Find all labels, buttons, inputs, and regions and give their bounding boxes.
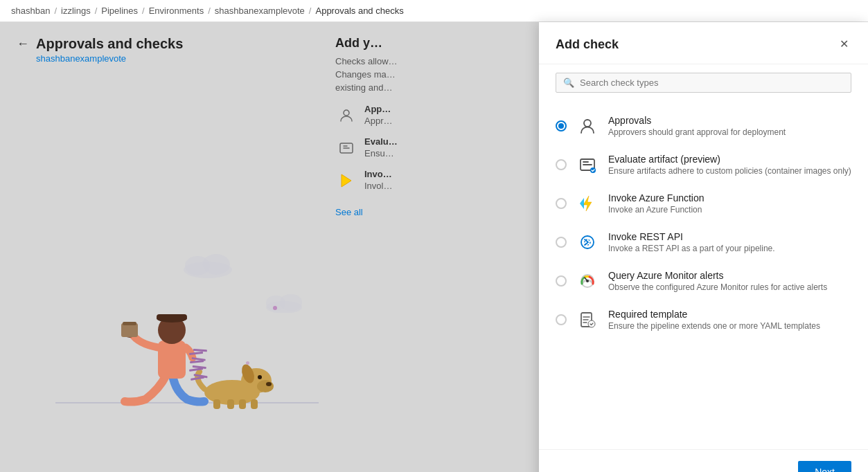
breadcrumb-item-1[interactable]: shashban	[11, 6, 50, 16]
radio-azure-monitor[interactable]	[556, 275, 567, 287]
svg-point-16	[257, 380, 274, 392]
see-all-link[interactable]: See all	[335, 207, 363, 217]
next-button[interactable]: Next	[798, 461, 851, 472]
sep-3: /	[142, 6, 145, 16]
check-type-list: Approvals Approvers should grant approva…	[539, 101, 868, 449]
content-para1: Checks allow…	[335, 56, 524, 66]
content-para3: existing and…	[335, 82, 524, 93]
svg-point-32	[344, 110, 349, 116]
panel-title: Add check	[556, 37, 619, 52]
svg-rect-7	[158, 341, 186, 379]
breadcrumb-item-4[interactable]: Environments	[149, 6, 204, 16]
svg-rect-10	[157, 314, 187, 320]
search-icon: 🔍	[563, 78, 574, 88]
svg-point-37	[590, 167, 596, 173]
azure-monitor-desc: Observe the configured Azure Monitor rul…	[608, 282, 851, 292]
azure-function-icon	[576, 192, 599, 215]
radio-required-template[interactable]	[556, 314, 567, 325]
search-box: 🔍	[556, 73, 851, 93]
evaluate-name: Evaluate artifact (preview)	[608, 154, 851, 165]
svg-rect-13	[123, 322, 136, 325]
search-area: 🔍	[539, 64, 868, 101]
breadcrumb-item-5[interactable]: shashbanexamplevote	[215, 6, 305, 16]
rest-api-name: Invoke REST API	[608, 231, 851, 242]
approvals-desc: Approvers should grant approval for depl…	[608, 127, 851, 137]
sep-1: /	[54, 6, 57, 16]
approvals-icon	[335, 105, 357, 127]
check-type-evaluate[interactable]: Evaluate artifact (preview) Ensure artif…	[539, 145, 868, 184]
page-title: Approvals and checks	[36, 36, 183, 52]
svg-rect-31	[193, 349, 207, 352]
required-template-icon	[576, 309, 599, 331]
svg-marker-39	[580, 198, 584, 209]
right-content-panel: Add y… Checks allow… Changes ma… existin…	[319, 22, 540, 472]
radio-evaluate[interactable]	[556, 159, 567, 170]
azure-monitor-name: Query Azure Monitor alerts	[608, 270, 851, 281]
svg-rect-20	[213, 399, 220, 409]
list-item: App… Appr…	[335, 104, 524, 127]
illustration	[42, 237, 333, 430]
check-type-azure-monitor[interactable]: Query Azure Monitor alerts Observe the c…	[539, 262, 868, 300]
radio-approvals[interactable]	[556, 120, 567, 131]
azure-function-name: Invoke Azure Function	[608, 192, 851, 203]
check-list: App… Appr… Evalu… Ensu…	[335, 104, 524, 192]
svg-point-44	[586, 280, 589, 282]
svg-rect-23	[251, 399, 258, 409]
rest-api-desc: Invoke a REST API as a part of your pipe…	[608, 244, 851, 253]
sep-2: /	[95, 6, 98, 16]
breadcrumb-item-3[interactable]: Pipelines	[101, 6, 138, 16]
check-type-rest-api[interactable]: Invoke REST API Invoke a REST API as a p…	[539, 223, 868, 262]
invoke-icon	[335, 170, 357, 192]
sep-5: /	[309, 6, 312, 16]
content-para2: Changes ma…	[335, 69, 524, 80]
list-item: Invo… Invol…	[335, 169, 524, 192]
panel-footer: Next	[539, 449, 868, 472]
svg-rect-21	[227, 399, 234, 409]
azure-monitor-icon	[576, 270, 599, 292]
breadcrumb: shashban / izzlings / Pipelines / Enviro…	[0, 0, 868, 22]
approvals-name: Approvals	[608, 115, 851, 126]
add-check-panel: Add check ✕ 🔍 Approva	[539, 22, 868, 472]
evaluate-icon	[335, 137, 357, 159]
list-item: Evalu… Ensu…	[335, 136, 524, 159]
svg-point-46	[588, 320, 595, 327]
svg-point-35	[584, 120, 591, 127]
radio-rest-api[interactable]	[556, 237, 567, 248]
evaluate-check-icon	[576, 154, 599, 176]
breadcrumb-item-2[interactable]: izzlings	[61, 6, 91, 16]
panel-header: Add check ✕	[539, 22, 868, 64]
svg-point-18	[258, 375, 262, 379]
back-button[interactable]: ←	[17, 37, 29, 51]
svg-point-17	[266, 382, 272, 386]
search-input[interactable]	[580, 78, 844, 88]
required-template-name: Required template	[608, 309, 851, 320]
required-template-desc: Ensure the pipeline extends one or more …	[608, 321, 851, 331]
svg-marker-38	[583, 196, 592, 211]
azure-function-desc: Invoke an Azure Function	[608, 205, 851, 215]
approvals-check-icon	[576, 115, 599, 137]
rest-api-icon	[576, 231, 599, 253]
breadcrumb-item-6: Approvals and checks	[315, 6, 403, 16]
check-type-azure-function[interactable]: Invoke Azure Function Invoke an Azure Fu…	[539, 184, 868, 223]
close-button[interactable]: ✕	[837, 36, 851, 53]
evaluate-desc: Ensure artifacts adhere to custom polici…	[608, 166, 851, 176]
svg-rect-22	[239, 399, 246, 409]
svg-marker-34	[342, 174, 351, 187]
check-type-required-template[interactable]: Required template Ensure the pipeline ex…	[539, 300, 868, 339]
content-heading: Add y…	[335, 36, 524, 51]
sep-4: /	[208, 6, 211, 16]
radio-azure-function[interactable]	[556, 198, 567, 209]
check-type-approvals[interactable]: Approvals Approvers should grant approva…	[539, 107, 868, 145]
